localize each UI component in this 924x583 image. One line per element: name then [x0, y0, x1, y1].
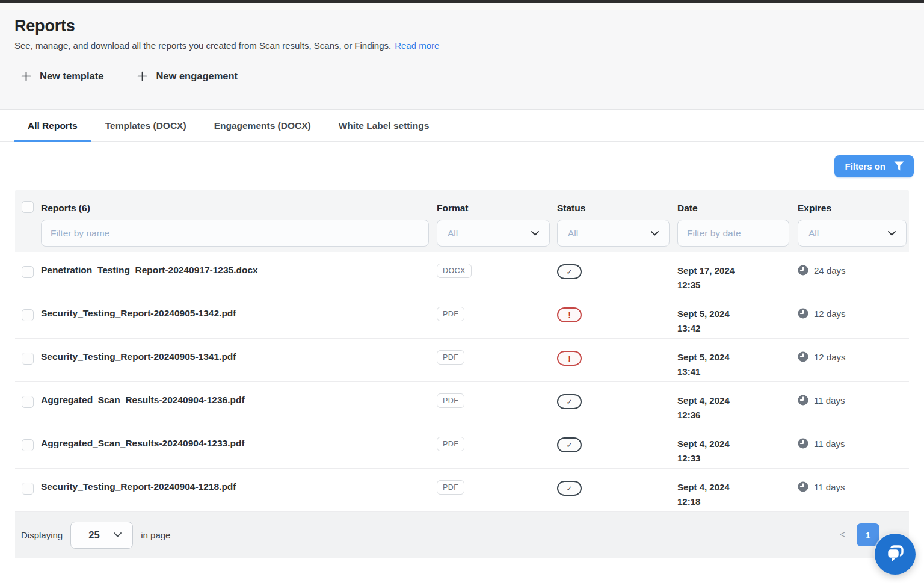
- report-name[interactable]: Security_Testing_Report-20240904-1218.pd…: [41, 481, 236, 492]
- status-glyph: ✓: [566, 268, 572, 276]
- report-date-cell: Sept 5, 2024 13:42: [677, 307, 798, 336]
- expires-value: 12 days: [814, 309, 846, 319]
- displaying-label: Displaying: [21, 530, 63, 540]
- new-engagement-button[interactable]: New engagement: [137, 70, 238, 82]
- report-date: Sept 4, 2024: [677, 480, 798, 495]
- filters-on-button[interactable]: Filters on: [834, 155, 914, 177]
- chevron-down-icon: [651, 231, 659, 236]
- header-actions: New template New engagement: [14, 70, 910, 82]
- column-header-status: Status: [557, 203, 677, 214]
- clock-icon: [798, 308, 808, 319]
- filter-format-value: All: [448, 228, 458, 239]
- in-page-label: in page: [141, 530, 170, 540]
- status-error-badge: !: [557, 307, 582, 322]
- report-date: Sept 17, 2024: [677, 264, 798, 278]
- previous-page-button[interactable]: <: [840, 529, 845, 540]
- table-row: Aggregated_Scan_Results-20240904-1233.pd…: [15, 425, 909, 469]
- clock-icon: [798, 438, 808, 449]
- tab-engagements-docx[interactable]: Engagements (DOCX): [200, 110, 325, 141]
- filters-toolbar: Filters on: [0, 142, 924, 190]
- chevron-down-icon: [114, 532, 122, 537]
- report-expires-cell: 11 days: [798, 481, 909, 492]
- table-row: Security_Testing_Report-20240905-1342.pd…: [15, 295, 909, 339]
- format-badge: PDF: [437, 437, 464, 451]
- chevron-down-icon: [888, 231, 896, 236]
- select-all-checkbox[interactable]: [22, 201, 34, 213]
- row-checkbox[interactable]: [22, 396, 34, 408]
- row-checkbox[interactable]: [22, 266, 34, 278]
- row-checkbox[interactable]: [22, 483, 34, 495]
- table-row: Penetration_Testing_Report-20240917-1235…: [15, 252, 909, 295]
- filter-date-input[interactable]: [677, 220, 789, 247]
- report-name[interactable]: Security_Testing_Report-20240905-1341.pd…: [41, 351, 236, 362]
- tab-white-label-settings[interactable]: White Label settings: [325, 110, 443, 141]
- chat-widget-button[interactable]: [875, 534, 916, 575]
- status-error-badge: !: [557, 351, 582, 366]
- status-success-badge: ✓: [557, 437, 582, 452]
- report-name[interactable]: Aggregated_Scan_Results-20240904-1236.pd…: [41, 395, 245, 406]
- filter-format-select[interactable]: All: [437, 220, 550, 247]
- reports-table: Reports (6) Format Status Date Expires A…: [15, 190, 909, 512]
- tab-all-reports[interactable]: All Reports: [14, 110, 91, 141]
- report-time: 12:36: [677, 408, 798, 422]
- page-subtitle: See, manage, and download all the report…: [14, 40, 910, 51]
- report-date: Sept 4, 2024: [677, 437, 798, 451]
- tab-templates-docx[interactable]: Templates (DOCX): [91, 110, 200, 141]
- report-date: Sept 4, 2024: [677, 393, 798, 408]
- filter-status-select[interactable]: All: [557, 220, 670, 247]
- new-template-button[interactable]: New template: [21, 70, 103, 82]
- new-template-label: New template: [40, 70, 103, 82]
- report-time: 12:33: [677, 451, 798, 466]
- page-title: Reports: [14, 3, 910, 35]
- report-name[interactable]: Security_Testing_Report-20240905-1342.pd…: [41, 308, 236, 319]
- clock-icon: [798, 265, 808, 276]
- page-subtitle-text: See, manage, and download all the report…: [14, 40, 391, 51]
- expires-value: 12 days: [814, 352, 846, 362]
- page-size-select[interactable]: 25: [70, 522, 133, 549]
- column-header-expires: Expires: [798, 203, 909, 214]
- plus-icon: [21, 71, 31, 81]
- row-checkbox[interactable]: [22, 439, 34, 451]
- report-name[interactable]: Aggregated_Scan_Results-20240904-1233.pd…: [41, 438, 245, 449]
- clock-icon: [798, 395, 808, 406]
- format-badge: PDF: [437, 393, 464, 408]
- status-success-badge: ✓: [557, 394, 582, 409]
- table-row: Security_Testing_Report-20240904-1218.pd…: [15, 469, 909, 512]
- report-time: 13:41: [677, 365, 798, 379]
- page-size-value: 25: [88, 529, 99, 541]
- filter-funnel-icon: [893, 161, 905, 171]
- status-glyph: !: [568, 311, 571, 319]
- chat-bubbles-icon: [883, 542, 907, 566]
- read-more-link[interactable]: Read more: [395, 40, 439, 51]
- column-header-reports: Reports (6): [41, 203, 437, 214]
- format-badge: PDF: [437, 350, 464, 365]
- page-1-button[interactable]: 1: [857, 523, 879, 546]
- pagination-bar: Displaying 25 in page < 1: [15, 512, 909, 558]
- row-checkbox[interactable]: [22, 309, 34, 321]
- expires-value: 11 days: [814, 439, 845, 449]
- table-filter-row: All All All: [15, 220, 909, 252]
- report-date: Sept 5, 2024: [677, 307, 798, 321]
- plus-icon: [137, 71, 147, 81]
- chevron-down-icon: [531, 231, 539, 236]
- report-expires-cell: 11 days: [798, 438, 909, 449]
- row-checkbox[interactable]: [22, 353, 34, 365]
- table-header: Reports (6) Format Status Date Expires A…: [15, 190, 909, 252]
- report-date-cell: Sept 4, 2024 12:36: [677, 393, 798, 422]
- new-engagement-label: New engagement: [156, 70, 238, 82]
- filter-expires-value: All: [808, 228, 819, 239]
- status-glyph: ✓: [566, 442, 572, 449]
- status-success-badge: ✓: [557, 481, 582, 496]
- report-name[interactable]: Penetration_Testing_Report-20240917-1235…: [41, 265, 258, 276]
- expires-value: 24 days: [814, 265, 846, 276]
- report-expires-cell: 12 days: [798, 308, 909, 319]
- report-time: 12:35: [677, 278, 798, 292]
- expires-value: 11 days: [814, 395, 845, 406]
- clock-icon: [798, 481, 808, 492]
- filter-expires-select[interactable]: All: [798, 220, 907, 247]
- filter-name-input[interactable]: [41, 220, 429, 247]
- clock-icon: [798, 351, 808, 362]
- status-glyph: !: [568, 354, 571, 363]
- table-row: Aggregated_Scan_Results-20240904-1236.pd…: [15, 382, 909, 425]
- status-glyph: ✓: [566, 485, 572, 492]
